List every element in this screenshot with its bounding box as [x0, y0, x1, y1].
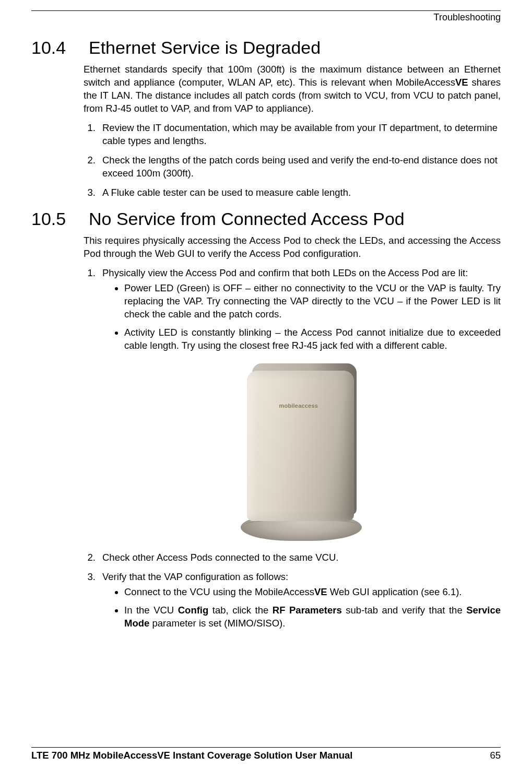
- list-item: Physically view the Access Pod and confi…: [98, 267, 501, 542]
- bullet-list: Connect to the VCU using the MobileAcces…: [102, 586, 501, 630]
- text: Physically view the Access Pod and confi…: [102, 267, 468, 278]
- text-bold: Config: [178, 605, 209, 616]
- section-heading-10-4: 10.4 Ethernet Service is Degraded: [31, 38, 501, 58]
- list-item: A Fluke cable tester can be used to meas…: [98, 186, 501, 199]
- access-pod-device-icon: mobileaccess: [231, 359, 372, 542]
- bullet-item: Connect to the VCU using the MobileAcces…: [124, 586, 501, 599]
- text: Connect to the VCU using the MobileAcces…: [124, 586, 314, 597]
- footer-title: LTE 700 MHz MobileAccessVE Instant Cover…: [31, 750, 352, 761]
- text-bold: VE: [455, 77, 468, 88]
- text: sub-tab and verify that the: [342, 605, 466, 616]
- section-body-10-4: Ethernet standards specify that 100m (30…: [84, 63, 501, 199]
- intro-paragraph: This requires physically accessing the A…: [84, 234, 501, 261]
- text-bold: VE: [314, 586, 327, 597]
- footer-row: LTE 700 MHz MobileAccessVE Instant Cover…: [31, 750, 501, 761]
- ordered-list: Physically view the Access Pod and confi…: [84, 267, 501, 631]
- page-number: 65: [490, 750, 501, 761]
- page-footer: LTE 700 MHz MobileAccessVE Instant Cover…: [31, 747, 501, 761]
- list-item: Check the lengths of the patch cords bei…: [98, 154, 501, 180]
- device-logo: mobileaccess: [279, 402, 318, 410]
- text-bold: RF Parameters: [273, 605, 342, 616]
- text: In the VCU: [124, 605, 178, 616]
- footer-rule: [31, 747, 501, 748]
- section-title: Ethernet Service is Degraded: [89, 38, 321, 58]
- intro-paragraph: Ethernet standards specify that 100m (30…: [84, 63, 501, 115]
- device-front-panel: mobileaccess: [247, 371, 354, 521]
- bullet-item: Power LED (Green) is OFF – either no con…: [124, 282, 501, 321]
- text: Verify that the VAP configuration as fol…: [102, 571, 288, 582]
- header-rule: [31, 10, 501, 11]
- bullet-item: Activity LED is constantly blinking – th…: [124, 326, 501, 352]
- document-page: Troubleshooting 10.4 Ethernet Service is…: [0, 0, 532, 780]
- ordered-list: Review the IT documentation, which may b…: [84, 122, 501, 199]
- text: Ethernet standards specify that 100m (30…: [84, 64, 501, 88]
- text: tab, click the: [208, 605, 273, 616]
- text: parameter is set (MIMO/SISO).: [149, 618, 285, 629]
- section-body-10-5: This requires physically accessing the A…: [84, 234, 501, 631]
- list-item: Verify that the VAP configuration as fol…: [98, 571, 501, 630]
- bullet-item: In the VCU Config tab, click the RF Para…: [124, 604, 501, 630]
- list-item: Check other Access Pods connected to the…: [98, 551, 501, 564]
- section-heading-10-5: 10.5 No Service from Connected Access Po…: [31, 209, 501, 229]
- text: Web GUI application (see 6.1).: [327, 586, 462, 597]
- section-title: No Service from Connected Access Pod: [89, 209, 405, 229]
- device-figure: mobileaccess: [102, 359, 501, 542]
- header-category: Troubleshooting: [31, 12, 501, 23]
- list-item: Review the IT documentation, which may b…: [98, 122, 501, 148]
- section-number: 10.4: [31, 38, 73, 58]
- section-number: 10.5: [31, 209, 73, 229]
- bullet-list: Power LED (Green) is OFF – either no con…: [102, 282, 501, 352]
